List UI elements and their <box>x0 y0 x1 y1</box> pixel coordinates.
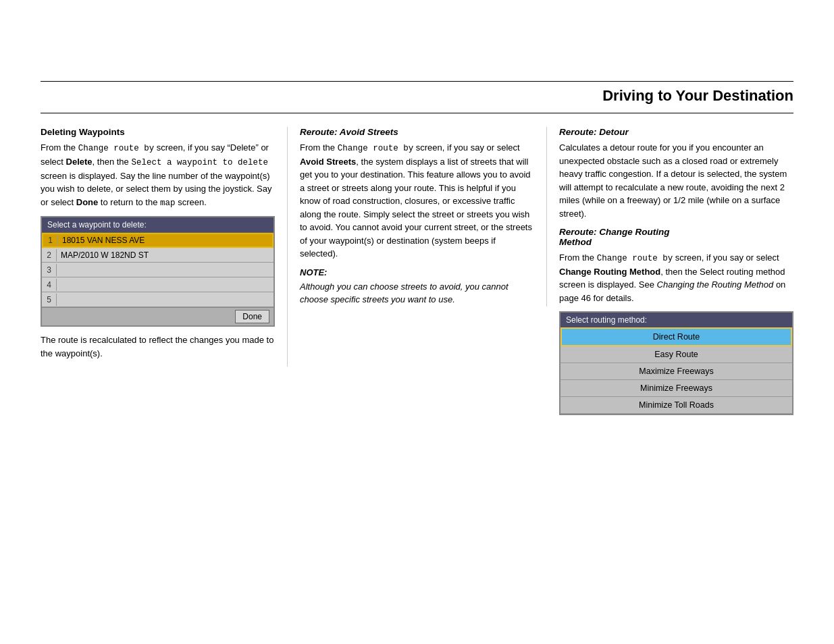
col1-heading: Deleting Waypoints <box>41 127 275 137</box>
col3: Reroute: Detour Calculates a detour rout… <box>547 127 793 422</box>
map-text: map <box>160 198 176 208</box>
done-bold: Done <box>76 197 99 207</box>
waypoint-row-3-num: 3 <box>42 264 57 276</box>
waypoint-screen-header: Select a waypoint to delete: <box>42 217 273 233</box>
col3-heading2-italic: Reroute: Change RoutingMethod <box>559 227 670 247</box>
change-routing-bold: Change Routing Method <box>559 267 660 277</box>
waypoint-row-1-text: 18015 VAN NESS AVE <box>58 234 149 246</box>
note-label: NOTE: <box>300 267 534 277</box>
page-container: Driving to Your Destination Deleting Way… <box>0 81 834 644</box>
col3-body2: From the Change route by screen, if you … <box>559 251 793 304</box>
waypoint-row-1-num: 1 <box>43 234 58 246</box>
columns: Deleting Waypoints From the Change route… <box>41 127 793 422</box>
routing-screen: Select routing method: Direct Route Easy… <box>559 311 793 415</box>
waypoint-row-5-num: 5 <box>42 294 57 306</box>
waypoint-row-2: 2 MAP/2010 W 182ND ST <box>42 248 273 263</box>
waypoint-row-4: 4 <box>42 277 273 292</box>
routing-option-direct-route[interactable]: Direct Route <box>561 327 792 346</box>
waypoint-row-4-text <box>57 284 65 286</box>
routing-screen-header: Select routing method: <box>561 313 792 327</box>
waypoint-row-3-text <box>57 269 65 271</box>
waypoint-row-2-num: 2 <box>42 249 57 261</box>
changing-italic: Changing the Routing Method <box>657 279 774 290</box>
col2: Reroute: Avoid Streets From the Change r… <box>288 127 547 306</box>
waypoint-row-2-text: MAP/2010 W 182ND ST <box>57 249 153 261</box>
col2-heading: Reroute: Avoid Streets <box>300 127 534 137</box>
waypoint-row-4-num: 4 <box>42 279 57 291</box>
col3-heading1: Reroute: Detour <box>559 127 793 137</box>
col1-body-after: The route is recalculated to reflect the… <box>41 333 275 360</box>
delete-bold: Delete <box>66 157 93 167</box>
waypoint-row-1: 1 18015 VAN NESS AVE <box>42 233 273 248</box>
col3-body1: Calculates a detour route for you if you… <box>559 141 793 220</box>
waypoint-screen-footer: Done <box>42 307 273 325</box>
col1: Deleting Waypoints From the Change route… <box>41 127 288 367</box>
change-route-by-3: Change route by <box>597 254 673 263</box>
select-waypoint-text: Select a waypoint to delete <box>131 158 268 167</box>
waypoint-row-3: 3 <box>42 263 273 277</box>
routing-option-minimize-toll-roads[interactable]: Minimize Toll Roads <box>561 397 792 414</box>
col2-body: From the Change route by screen, if you … <box>300 141 534 261</box>
col3-heading2: Reroute: Change RoutingMethod <box>559 227 793 247</box>
col1-body: From the Change route by screen, if you … <box>41 141 275 209</box>
routing-option-maximize-freeways[interactable]: Maximize Freeways <box>561 363 792 380</box>
avoid-streets-bold: Avoid Streets <box>300 157 356 167</box>
routing-option-minimize-freeways[interactable]: Minimize Freeways <box>561 380 792 397</box>
done-button[interactable]: Done <box>235 310 269 323</box>
waypoint-screen: Select a waypoint to delete: 1 18015 VAN… <box>41 216 275 327</box>
waypoint-row-5-text <box>57 298 65 301</box>
routing-option-easy-route[interactable]: Easy Route <box>561 346 792 363</box>
change-route-by-1: Change route by <box>78 144 155 153</box>
page-title: Driving to Your Destination <box>41 82 793 113</box>
waypoint-row-5: 5 <box>42 292 273 307</box>
change-route-by-2: Change route by <box>338 144 414 153</box>
note-text: Although you can choose streets to avoid… <box>300 280 534 306</box>
